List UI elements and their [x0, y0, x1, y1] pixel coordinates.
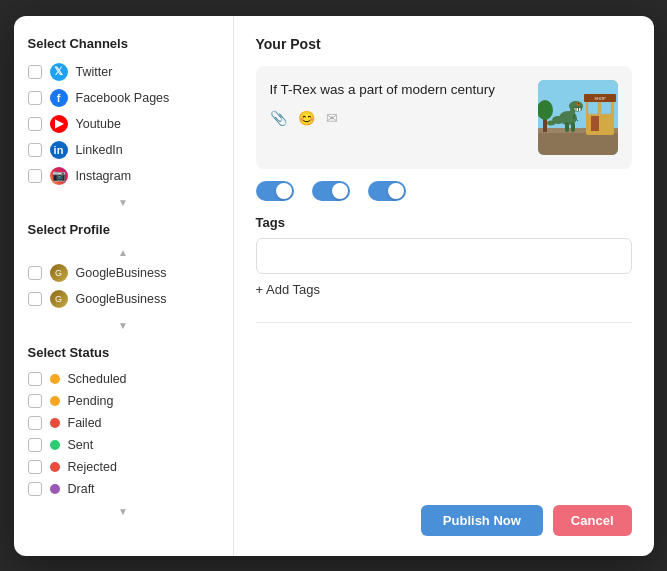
emoji-icon[interactable]: 😊: [298, 110, 318, 130]
status-item[interactable]: Draft: [14, 478, 233, 498]
channel-icon: 📷: [50, 167, 68, 185]
tags-input[interactable]: [256, 238, 632, 274]
status-dot: [50, 374, 60, 384]
status-dot: [50, 462, 60, 472]
post-text: If T-Rex was a part of modern century: [270, 80, 526, 100]
channel-icon: in: [50, 141, 68, 159]
profile-checkbox[interactable]: [28, 292, 42, 306]
svg-rect-5: [601, 102, 611, 114]
post-icons-row: 📎 😊 ✉: [270, 110, 526, 130]
status-label: Rejected: [68, 460, 117, 474]
status-title: Select Status: [14, 345, 233, 368]
post-image: SHOP: [538, 80, 618, 155]
profile-label: GoogleBusiness: [76, 266, 167, 280]
add-tags-button[interactable]: + Add Tags: [256, 282, 320, 297]
status-scroll-down[interactable]: ▼: [14, 504, 233, 519]
profile-item[interactable]: G GoogleBusiness: [14, 286, 233, 312]
channel-checkbox[interactable]: [28, 91, 42, 105]
svg-point-15: [577, 103, 578, 104]
svg-rect-18: [579, 108, 581, 111]
channel-icon: 𝕏: [50, 63, 68, 81]
status-checkbox[interactable]: [28, 438, 42, 452]
status-item[interactable]: Failed: [14, 412, 233, 434]
modal-container: Select Channels 𝕏 Twitter f Facebook Pag…: [14, 16, 654, 556]
status-label: Pending: [68, 394, 114, 408]
status-item[interactable]: Sent: [14, 434, 233, 456]
channel-item[interactable]: ▶ Youtube: [14, 111, 233, 137]
tags-section: Tags + Add Tags: [256, 215, 632, 298]
profile-avatar: G: [50, 290, 68, 308]
status-list: Scheduled Pending Failed Sent Rejected D…: [14, 368, 233, 498]
status-item[interactable]: Scheduled: [14, 368, 233, 390]
status-checkbox[interactable]: [28, 482, 42, 496]
profiles-scroll-down[interactable]: ▼: [14, 318, 233, 333]
divider: [256, 322, 632, 323]
toggle-1[interactable]: [256, 181, 294, 201]
svg-rect-22: [565, 122, 569, 132]
cancel-button[interactable]: Cancel: [553, 505, 632, 536]
channel-item[interactable]: 📷 Instagram: [14, 163, 233, 189]
svg-rect-17: [576, 108, 578, 111]
status-checkbox[interactable]: [28, 416, 42, 430]
svg-rect-23: [571, 122, 575, 132]
attachment-icon[interactable]: 📎: [270, 110, 290, 130]
right-panel: Your Post If T-Rex was a part of modern …: [234, 16, 654, 556]
channel-checkbox[interactable]: [28, 117, 42, 131]
profiles-scroll-up[interactable]: ▲: [14, 245, 233, 260]
status-item[interactable]: Pending: [14, 390, 233, 412]
channel-label: LinkedIn: [76, 143, 123, 157]
channel-checkbox[interactable]: [28, 65, 42, 79]
svg-rect-6: [591, 116, 599, 131]
left-panel: Select Channels 𝕏 Twitter f Facebook Pag…: [14, 16, 234, 556]
status-checkbox[interactable]: [28, 394, 42, 408]
channel-label: Facebook Pages: [76, 91, 170, 105]
profile-checkbox[interactable]: [28, 266, 42, 280]
status-item[interactable]: Rejected: [14, 456, 233, 478]
channel-checkbox[interactable]: [28, 143, 42, 157]
svg-text:SHOP: SHOP: [594, 96, 606, 101]
channels-title: Select Channels: [14, 36, 233, 59]
svg-point-21: [547, 120, 555, 125]
channel-item[interactable]: in LinkedIn: [14, 137, 233, 163]
profile-item[interactable]: G GoogleBusiness: [14, 260, 233, 286]
status-checkbox[interactable]: [28, 460, 42, 474]
channel-icon: f: [50, 89, 68, 107]
profile-title: Select Profile: [14, 222, 233, 245]
status-dot: [50, 440, 60, 450]
channels-scroll-down[interactable]: ▼: [14, 195, 233, 210]
post-preview: If T-Rex was a part of modern century 📎 …: [256, 66, 632, 169]
channel-item[interactable]: 𝕏 Twitter: [14, 59, 233, 85]
toggles-row: [256, 181, 632, 201]
status-checkbox[interactable]: [28, 372, 42, 386]
mail-icon[interactable]: ✉: [326, 110, 346, 130]
status-label: Scheduled: [68, 372, 127, 386]
channel-label: Instagram: [76, 169, 132, 183]
channels-list: 𝕏 Twitter f Facebook Pages ▶ Youtube in …: [14, 59, 233, 189]
status-dot: [50, 484, 60, 494]
svg-rect-4: [588, 102, 598, 114]
status-label: Sent: [68, 438, 94, 452]
status-dot: [50, 418, 60, 428]
profiles-list: G GoogleBusiness G GoogleBusiness: [14, 260, 233, 312]
channel-label: Twitter: [76, 65, 113, 79]
action-buttons: Publish Now Cancel: [256, 491, 632, 536]
panel-title: Your Post: [256, 36, 632, 52]
profile-label: GoogleBusiness: [76, 292, 167, 306]
tags-label: Tags: [256, 215, 632, 230]
post-text-area: If T-Rex was a part of modern century 📎 …: [270, 80, 526, 130]
channel-checkbox[interactable]: [28, 169, 42, 183]
channel-item[interactable]: f Facebook Pages: [14, 85, 233, 111]
status-dot: [50, 396, 60, 406]
profile-avatar: G: [50, 264, 68, 282]
channel-icon: ▶: [50, 115, 68, 133]
status-label: Draft: [68, 482, 95, 496]
status-label: Failed: [68, 416, 102, 430]
publish-now-button[interactable]: Publish Now: [421, 505, 543, 536]
toggle-3[interactable]: [368, 181, 406, 201]
toggle-2[interactable]: [312, 181, 350, 201]
channel-label: Youtube: [76, 117, 121, 131]
